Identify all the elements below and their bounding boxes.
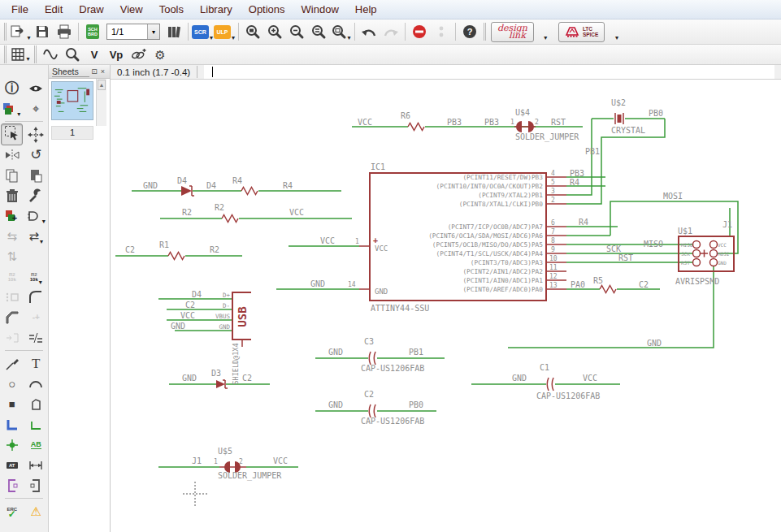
pad-label[interactable]: GND bbox=[718, 260, 727, 266]
pad-label[interactable]: RST bbox=[681, 260, 690, 266]
part-name[interactable]: U$4 bbox=[515, 108, 530, 117]
part-name[interactable]: U$2 bbox=[611, 98, 626, 107]
erc-errors-tool[interactable]: ⚠ bbox=[24, 501, 49, 521]
component-solder-jumper-u4[interactable] bbox=[514, 121, 536, 132]
pin-number[interactable]: 2 bbox=[551, 197, 555, 204]
switch-sch-brd-button[interactable]: SCHBRD bbox=[82, 22, 103, 42]
usb-pin-name[interactable]: VBUS bbox=[215, 313, 231, 320]
part-name[interactable]: ATTINY44-SSU bbox=[371, 304, 429, 313]
pin-function[interactable]: (PCINT11/RESET/DW)PB3 bbox=[462, 174, 543, 181]
label-tool[interactable]: AB bbox=[24, 435, 49, 455]
zoom-out-button[interactable] bbox=[286, 22, 307, 42]
change-tool[interactable] bbox=[24, 185, 49, 205]
net-label[interactable]: PB3 bbox=[484, 118, 499, 127]
help-button[interactable]: ? bbox=[459, 22, 480, 42]
net-label[interactable]: PB3 bbox=[447, 118, 462, 127]
net-label[interactable]: VCC bbox=[320, 236, 335, 245]
erc-tool[interactable]: ERC✓ bbox=[0, 501, 24, 521]
pin-number[interactable]: 9 bbox=[551, 246, 555, 253]
show-tool[interactable] bbox=[24, 78, 49, 98]
part-name[interactable]: C1 bbox=[540, 363, 549, 372]
net-label[interactable]: R4 bbox=[283, 181, 293, 190]
menu-library[interactable]: Library bbox=[192, 1, 241, 18]
part-name[interactable]: CRYSTAL bbox=[611, 126, 645, 135]
net-label[interactable]: J1 bbox=[192, 456, 202, 465]
pin-number[interactable]: 1 bbox=[510, 119, 514, 126]
schematic-drawing[interactable]: VCCR6PB3PB3U$412RSTSOLDER_JUMPERU$2PB0CR… bbox=[111, 80, 781, 530]
vcc-plus-sign[interactable]: + bbox=[373, 236, 378, 244]
rect-tool[interactable]: ■ bbox=[0, 394, 24, 414]
net-label[interactable]: PA0 bbox=[571, 280, 585, 289]
part-name[interactable]: CAP-US1206FAB bbox=[536, 391, 600, 400]
sheets-scrollbar[interactable]: ▲ bbox=[96, 79, 106, 126]
pin-number[interactable]: 10 bbox=[549, 255, 558, 262]
net-label[interactable]: GND bbox=[182, 374, 197, 383]
split-wire-tool[interactable] bbox=[24, 327, 49, 348]
pin-function[interactable]: (PCINT9/XTAL2)PB1 bbox=[478, 192, 543, 199]
junction-tool[interactable] bbox=[0, 435, 24, 455]
net-label[interactable]: PB1 bbox=[409, 348, 423, 357]
net-label[interactable]: J1 bbox=[722, 220, 732, 229]
toolbar-handle[interactable] bbox=[34, 45, 37, 63]
usb-pin-name[interactable]: D- bbox=[223, 302, 230, 309]
command-input[interactable] bbox=[204, 65, 774, 79]
library-button[interactable] bbox=[163, 22, 184, 42]
pad-label[interactable]: MISO bbox=[681, 242, 693, 248]
menu-file[interactable]: File bbox=[3, 1, 37, 18]
pin-function[interactable]: (PCINT6/OC1A/SDA/MOSI/ADC6)PA6 bbox=[428, 232, 543, 240]
net-label[interactable]: VCC bbox=[273, 456, 288, 465]
net-label[interactable]: D4 bbox=[206, 181, 216, 190]
pin-number[interactable]: 13 bbox=[549, 282, 558, 289]
voltage-phase-probe-button[interactable]: Vp bbox=[106, 46, 127, 63]
pin-number[interactable]: 7 bbox=[551, 228, 555, 236]
scroll-up-icon[interactable]: ▲ bbox=[98, 80, 106, 90]
display-layers-tool[interactable]: ▾ bbox=[0, 98, 24, 119]
net-tool[interactable] bbox=[24, 414, 49, 435]
redo-button[interactable] bbox=[380, 22, 401, 42]
grid-button[interactable]: ▾ bbox=[10, 46, 31, 63]
copy-tool[interactable] bbox=[0, 165, 24, 185]
toolbar-handle[interactable] bbox=[4, 23, 7, 41]
ltc-spice-button[interactable]: LTCSPICE bbox=[558, 22, 605, 42]
pin-function[interactable]: (PCINT5/OC1B/MISO/DO/ADC5)PA5 bbox=[432, 241, 543, 249]
menu-view[interactable]: View bbox=[112, 1, 151, 18]
smash-tool[interactable] bbox=[0, 287, 24, 307]
attribute-tool[interactable]: AT bbox=[0, 455, 24, 475]
pad-label[interactable]: SCK bbox=[681, 251, 690, 257]
sheet-thumbnail[interactable] bbox=[49, 79, 96, 126]
component-diode-d4[interactable] bbox=[181, 186, 194, 196]
usb-pin-name[interactable]: D+ bbox=[223, 292, 231, 299]
net-label[interactable]: C2 bbox=[185, 301, 195, 309]
part-name[interactable]: C2 bbox=[364, 390, 374, 399]
part-name[interactable]: D4 bbox=[177, 176, 187, 185]
net-label[interactable]: GND bbox=[171, 322, 185, 331]
frame-dark-tool[interactable] bbox=[24, 475, 49, 495]
menu-tools[interactable]: Tools bbox=[151, 1, 192, 18]
pin-function[interactable]: (PCINT0/AREF/ADC0)PA0 bbox=[462, 286, 543, 293]
toolbar-handle[interactable] bbox=[4, 45, 7, 63]
ltc-spice-dropdown[interactable]: ▾ bbox=[605, 22, 627, 42]
pin-number[interactable]: 14 bbox=[348, 281, 356, 288]
part-name[interactable]: SOLDER_JUMPER bbox=[515, 132, 579, 142]
pin-function[interactable]: (PCINT8/XTAL1/CLKI)PB0 bbox=[459, 201, 544, 208]
zoom-select-button[interactable] bbox=[308, 22, 329, 42]
net-label[interactable]: RST bbox=[618, 253, 633, 262]
net-label[interactable]: MISO bbox=[644, 240, 663, 249]
menu-help[interactable]: Help bbox=[347, 1, 385, 18]
info-tool[interactable]: ⓘ bbox=[0, 78, 24, 98]
dimension-tool[interactable] bbox=[24, 455, 49, 475]
chevron-down-icon[interactable]: ▾ bbox=[147, 24, 159, 39]
menu-options[interactable]: Options bbox=[241, 1, 293, 18]
part-name[interactable]: U$1 bbox=[678, 227, 692, 236]
net-label[interactable]: C2 bbox=[242, 374, 252, 383]
invoke-tool[interactable] bbox=[0, 327, 24, 348]
group-tool-selected[interactable] bbox=[0, 124, 24, 145]
net-label[interactable]: GND bbox=[143, 181, 158, 190]
usb-part-label[interactable]: USB bbox=[236, 306, 249, 327]
net-wires[interactable] bbox=[115, 119, 738, 467]
component-diode-d3[interactable] bbox=[216, 380, 228, 388]
pin-number[interactable]: 3 bbox=[551, 188, 555, 195]
arc-tool[interactable] bbox=[24, 374, 49, 394]
add-part-tool[interactable]: + bbox=[0, 205, 24, 226]
go-button[interactable] bbox=[431, 22, 452, 42]
